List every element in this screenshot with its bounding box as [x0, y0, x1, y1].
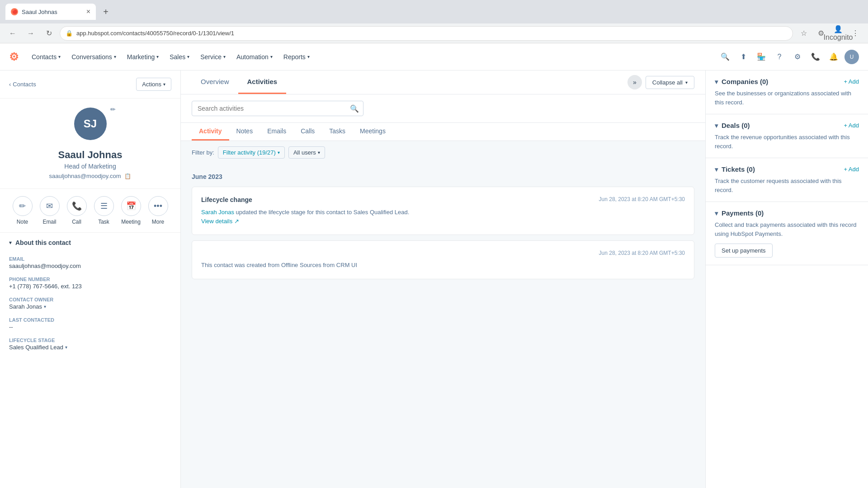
search-icon[interactable]: 🔍	[718, 50, 732, 64]
browser-actions: ☆ ⚙ 👤 Incognito ⋮	[797, 26, 863, 41]
owner-detail-value[interactable]: Sarah Jonas ▾	[9, 303, 171, 310]
call-button[interactable]: 📞	[67, 196, 87, 216]
upgrade-icon[interactable]: ⬆	[736, 50, 750, 64]
person-link[interactable]: Sarah Jonas	[201, 209, 234, 216]
tickets-section-header: ▾ Tickets (0) + Add	[715, 165, 859, 173]
notifications-icon[interactable]: 🔔	[826, 50, 841, 64]
copy-email-icon[interactable]: 📋	[124, 173, 131, 179]
note-label: Note	[17, 219, 28, 225]
edit-contact-icon[interactable]: ✏	[110, 106, 116, 113]
owner-dropdown-icon[interactable]: ▾	[44, 304, 46, 309]
tickets-chevron-icon[interactable]: ▾	[715, 166, 718, 173]
browser-chrome: 🔴 Saaul Johnas × +	[0, 0, 868, 23]
address-bar[interactable]: 🔒 app.hubspot.com/contacts/40055750/reco…	[60, 26, 793, 41]
set-up-payments-button[interactable]: Set up payments	[715, 244, 773, 258]
left-sidebar: ‹ Contacts Actions ▾ SJ ✏ Saaul Johnas H…	[0, 70, 181, 488]
payments-chevron-icon[interactable]: ▾	[715, 210, 718, 217]
last-contacted-label: Last contacted	[9, 317, 171, 323]
tab-overview[interactable]: Overview	[192, 70, 238, 94]
month-label: June 2023	[192, 173, 694, 180]
tickets-section-title: ▾ Tickets (0)	[715, 165, 755, 173]
phone-icon[interactable]: 📞	[808, 50, 823, 64]
settings-icon[interactable]: ⚙	[790, 50, 805, 64]
task-action[interactable]: ☰ Task	[94, 196, 114, 225]
last-contacted-value: --	[9, 324, 171, 330]
task-button[interactable]: ☰	[94, 196, 114, 216]
companies-section: ▾ Companies (0) + Add See the businesses…	[706, 70, 868, 114]
add-company-link[interactable]: + Add	[844, 78, 859, 85]
browser-tab[interactable]: 🔴 Saaul Johnas ×	[5, 4, 96, 20]
search-icon-inside: 🔍	[350, 104, 359, 113]
lifecycle-dropdown-icon[interactable]: ▾	[65, 345, 67, 350]
task-label: Task	[98, 219, 109, 225]
email-button[interactable]: ✉	[40, 196, 60, 216]
right-sidebar: ▾ Companies (0) + Add See the businesses…	[705, 70, 868, 488]
filter-tab-calls[interactable]: Calls	[293, 123, 322, 141]
browser-tab-close[interactable]: ×	[86, 8, 90, 16]
nav-reports[interactable]: Reports ▾	[278, 50, 315, 64]
menu-button[interactable]: ⋮	[848, 26, 863, 41]
tab-activities[interactable]: Activities	[238, 70, 287, 94]
payments-section-title: ▾ Payments (0)	[715, 209, 764, 217]
deals-chevron-icon[interactable]: ▾	[715, 122, 718, 129]
tickets-desc: Track the customer requests associated w…	[715, 177, 859, 194]
lifecycle-value[interactable]: Sales Qualified Lead ▾	[9, 344, 171, 351]
nav-conversations[interactable]: Conversations ▾	[66, 50, 122, 64]
help-icon[interactable]: ?	[772, 50, 787, 64]
back-button[interactable]: ←	[5, 26, 20, 41]
more-button[interactable]: •••	[148, 196, 168, 216]
marketplace-icon[interactable]: 🏪	[754, 50, 769, 64]
filter-tab-emails[interactable]: Emails	[260, 123, 293, 141]
hubspot-nav: ⚙ Contacts ▾ Conversations ▾ Marketing ▾…	[0, 43, 868, 70]
meeting-action[interactable]: 📅 Meeting	[121, 196, 141, 225]
hubspot-logo: ⚙	[9, 51, 19, 63]
browser-favicon: 🔴	[11, 8, 18, 15]
filter-tab-meetings[interactable]: Meetings	[353, 123, 393, 141]
filter-tab-activity[interactable]: Activity	[192, 123, 229, 141]
url-text: app.hubspot.com/contacts/40055750/record…	[76, 30, 234, 37]
contact-name: Saaul Johnas	[58, 149, 123, 161]
filter-tab-notes[interactable]: Notes	[229, 123, 260, 141]
email-detail-value: saauljohnas@moodjoy.com	[9, 263, 171, 269]
back-to-contacts[interactable]: ‹ Contacts	[9, 81, 36, 88]
call-label: Call	[72, 219, 81, 225]
nav-sales[interactable]: Sales ▾	[164, 50, 195, 64]
new-tab-button[interactable]: +	[99, 5, 112, 18]
add-ticket-link[interactable]: + Add	[844, 166, 859, 173]
nav-marketing[interactable]: Marketing ▾	[122, 50, 164, 64]
expand-sidebar-button[interactable]: »	[627, 75, 642, 89]
nav-automation[interactable]: Automation ▾	[231, 50, 278, 64]
add-deal-link[interactable]: + Add	[844, 122, 859, 129]
nav-service[interactable]: Service ▾	[195, 50, 231, 64]
note-button[interactable]: ✏	[13, 196, 33, 216]
bookmark-button[interactable]: ☆	[797, 26, 811, 41]
browser-nav-bar: ← → ↻ 🔒 app.hubspot.com/contacts/4005575…	[0, 23, 868, 43]
filter-activity-button[interactable]: Filter activity (19/27) ▾	[218, 146, 285, 159]
forward-button[interactable]: →	[24, 26, 38, 41]
payments-section-header: ▾ Payments (0)	[715, 209, 859, 217]
companies-chevron-icon[interactable]: ▾	[715, 78, 718, 85]
call-action[interactable]: 📞 Call	[67, 196, 87, 225]
nav-contacts[interactable]: Contacts ▾	[26, 50, 66, 64]
profile-button[interactable]: 👤 Incognito	[831, 26, 845, 41]
note-action[interactable]: ✏ Note	[13, 196, 33, 225]
filter-users-button[interactable]: All users ▾	[288, 146, 325, 159]
main-layout: ‹ Contacts Actions ▾ SJ ✏ Saaul Johnas H…	[0, 70, 868, 488]
activity-body-created: This contact was created from Offline So…	[201, 261, 685, 270]
activity-card-lifecycle: Lifecycle change Jun 28, 2023 at 8:20 AM…	[192, 187, 694, 235]
collapse-dropdown-icon: ▾	[685, 80, 688, 85]
search-activities-input[interactable]	[192, 101, 363, 116]
actions-button[interactable]: Actions ▾	[136, 78, 171, 91]
companies-desc: See the businesses or organizations asso…	[715, 89, 859, 107]
filter-tab-tasks[interactable]: Tasks	[322, 123, 353, 141]
more-action[interactable]: ••• More	[148, 196, 168, 225]
about-section-header[interactable]: ▾ About this contact	[0, 233, 180, 253]
user-avatar[interactable]: U	[844, 50, 859, 64]
deals-section: ▾ Deals (0) + Add Track the revenue oppo…	[706, 114, 868, 158]
email-action[interactable]: ✉ Email	[40, 196, 60, 225]
collapse-all-button[interactable]: Collapse all ▾	[646, 76, 694, 89]
refresh-button[interactable]: ↻	[42, 26, 56, 41]
meeting-button[interactable]: 📅	[121, 196, 141, 216]
last-contacted-detail: Last contacted --	[0, 314, 180, 334]
view-details-link[interactable]: View details ↗	[201, 218, 239, 225]
